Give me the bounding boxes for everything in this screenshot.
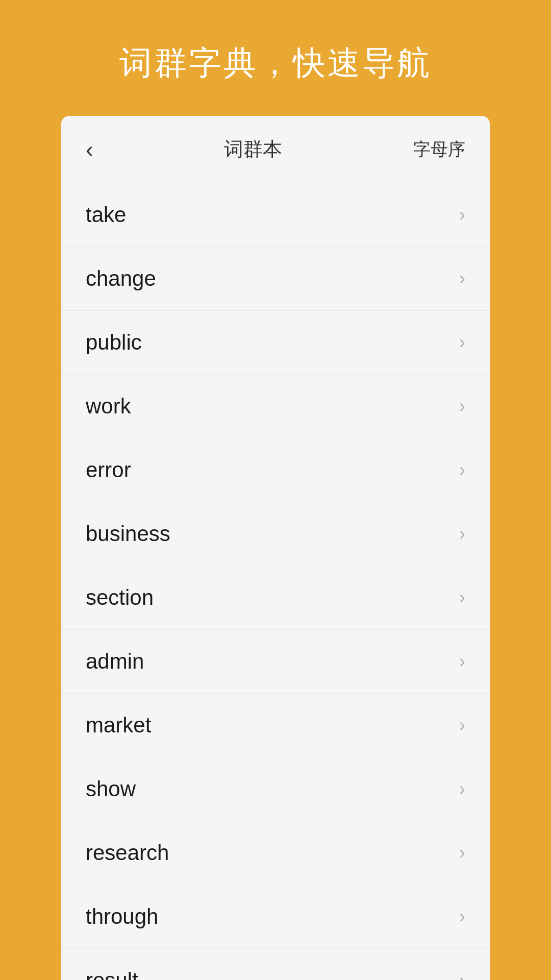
chevron-right-icon: ›	[459, 844, 465, 862]
list-item-section[interactable]: section›	[61, 566, 490, 630]
chevron-right-icon: ›	[459, 652, 465, 671]
chevron-right-icon: ›	[459, 397, 465, 415]
list-item-label: research	[86, 841, 169, 865]
list-item-label: market	[86, 713, 151, 738]
chevron-right-icon: ›	[459, 525, 465, 543]
chevron-right-icon: ›	[459, 589, 465, 607]
chevron-right-icon: ›	[459, 270, 465, 288]
list-item-change[interactable]: change›	[61, 247, 490, 311]
list-item-admin[interactable]: admin›	[61, 630, 490, 694]
list-item-label: error	[86, 458, 131, 482]
chevron-right-icon: ›	[459, 971, 465, 980]
card-header-title: 词群本	[224, 136, 282, 162]
list-item-label: take	[86, 203, 126, 227]
list-item-label: public	[86, 330, 142, 355]
list-item-show[interactable]: show›	[61, 757, 490, 821]
sort-button[interactable]: 字母序	[413, 138, 465, 161]
list-item-label: admin	[86, 649, 144, 674]
chevron-right-icon: ›	[459, 461, 465, 479]
list-item-market[interactable]: market›	[61, 694, 490, 757]
word-list: take›change›public›work›error›business›s…	[61, 183, 490, 980]
list-item-public[interactable]: public›	[61, 311, 490, 375]
chevron-right-icon: ›	[459, 716, 465, 734]
list-item-label: business	[86, 522, 170, 546]
chevron-right-icon: ›	[459, 908, 465, 926]
list-item-label: through	[86, 904, 158, 929]
list-item-take[interactable]: take›	[61, 183, 490, 247]
list-item-business[interactable]: business›	[61, 502, 490, 566]
word-list-card: ‹ 词群本 字母序 take›change›public›work›error›…	[61, 116, 490, 980]
card-header: ‹ 词群本 字母序	[61, 116, 490, 183]
back-button[interactable]: ‹	[86, 138, 93, 161]
list-item-label: section	[86, 585, 154, 610]
list-item-through[interactable]: through›	[61, 885, 490, 949]
chevron-right-icon: ›	[459, 780, 465, 798]
page-title: 词群字典，快速导航	[119, 41, 432, 85]
list-item-label: show	[86, 777, 136, 801]
list-item-error[interactable]: error›	[61, 438, 490, 502]
list-item-label: work	[86, 394, 131, 419]
list-item-work[interactable]: work›	[61, 375, 490, 438]
list-item-research[interactable]: research›	[61, 821, 490, 885]
chevron-right-icon: ›	[459, 333, 465, 352]
list-item-label: result	[86, 968, 138, 980]
chevron-right-icon: ›	[459, 206, 465, 224]
list-item-result[interactable]: result›	[61, 949, 490, 980]
list-item-label: change	[86, 266, 156, 291]
